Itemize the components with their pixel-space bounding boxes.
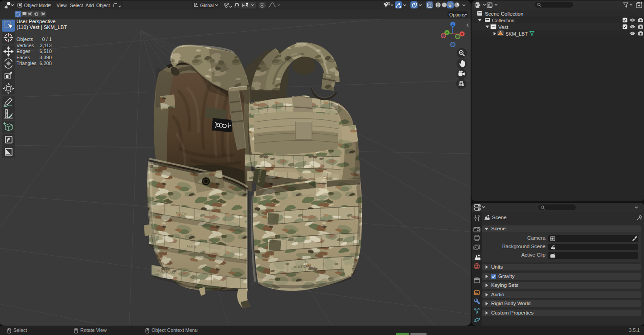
svg-text:Y: Y [446,31,448,35]
svg-text:X: X [461,32,464,36]
svg-text:Z: Z [452,23,454,27]
